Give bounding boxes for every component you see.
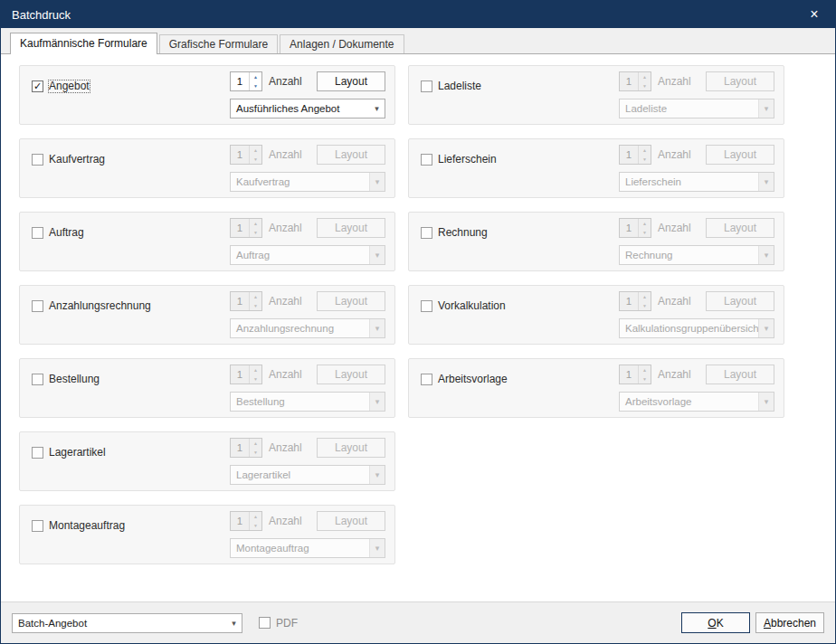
- chevron-down-icon: ▾: [758, 246, 774, 264]
- layout-select[interactable]: Arbeitsvorlage ▾: [619, 392, 774, 412]
- layout-select[interactable]: Rechnung ▾: [619, 245, 774, 265]
- form-label[interactable]: Angebot: [49, 80, 90, 92]
- count-spinner[interactable]: 1 ▲ ▼: [230, 291, 262, 311]
- layout-select[interactable]: Auftrag ▾: [230, 245, 385, 265]
- count-value: 1: [231, 146, 249, 164]
- spinner-up-icon[interactable]: ▲: [250, 365, 261, 374]
- count-spinner[interactable]: 1 ▲ ▼: [230, 438, 262, 458]
- count-spinner[interactable]: 1 ▲ ▼: [619, 145, 651, 165]
- form-checkbox[interactable]: [421, 227, 432, 239]
- tab-anlagen-dokumente[interactable]: Anlagen / Dokumente: [280, 34, 404, 53]
- count-row: 1 ▲ ▼ Anzahl Layout: [230, 438, 385, 458]
- count-row: 1 ▲ ▼ Anzahl Layout: [619, 291, 774, 311]
- tab-kaufmaennische-formulare[interactable]: Kaufmännische Formulare: [10, 33, 157, 54]
- form-label[interactable]: Ladeliste: [438, 80, 481, 92]
- spinner-up-icon[interactable]: ▲: [639, 72, 651, 81]
- layout-button[interactable]: Layout: [317, 511, 385, 531]
- form-label[interactable]: Rechnung: [438, 227, 488, 239]
- count-spinner[interactable]: 1 ▲ ▼: [230, 71, 262, 91]
- spinner-up-icon[interactable]: ▲: [250, 146, 261, 155]
- layout-button[interactable]: Layout: [706, 365, 774, 384]
- layout-select[interactable]: Bestellung ▾: [230, 392, 385, 412]
- form-label[interactable]: Montageauftrag: [49, 520, 125, 532]
- layout-select[interactable]: Montageauftrag ▾: [230, 538, 385, 558]
- batch-select[interactable]: Batch-Angebot ▾: [12, 613, 242, 633]
- spinner-up-icon[interactable]: ▲: [639, 146, 651, 155]
- spinner-down-icon[interactable]: ▼: [250, 81, 261, 90]
- spinner-down-icon[interactable]: ▼: [639, 81, 651, 90]
- count-spinner[interactable]: 1 ▲ ▼: [230, 145, 262, 165]
- layout-button[interactable]: Layout: [317, 145, 385, 165]
- spinner-up-icon[interactable]: ▲: [250, 512, 261, 521]
- form-checkbox[interactable]: [32, 374, 43, 385]
- form-label[interactable]: Auftrag: [49, 227, 84, 239]
- spinner-down-icon[interactable]: ▼: [639, 228, 651, 237]
- layout-button[interactable]: Layout: [706, 145, 774, 165]
- layout-button[interactable]: Layout: [317, 71, 385, 91]
- spinner-down-icon[interactable]: ▼: [639, 301, 651, 310]
- form-group: Kaufvertrag 1 ▲ ▼ Anzahl Layout Kaufvert…: [19, 138, 395, 198]
- spinner-up-icon[interactable]: ▲: [639, 365, 651, 374]
- spinner-down-icon[interactable]: ▼: [250, 374, 261, 384]
- form-label[interactable]: Vorkalkulation: [438, 300, 506, 312]
- chevron-down-icon: ▾: [758, 319, 774, 337]
- layout-select[interactable]: Lieferschein ▾: [619, 172, 774, 192]
- count-spinner[interactable]: 1 ▲ ▼: [230, 365, 262, 384]
- form-checkbox[interactable]: [421, 80, 432, 92]
- spinner-up-icon[interactable]: ▲: [639, 292, 651, 301]
- form-label[interactable]: Anzahlungsrechnung: [49, 300, 151, 312]
- ok-button[interactable]: OK: [681, 612, 750, 633]
- layout-button[interactable]: Layout: [706, 218, 774, 238]
- form-checkbox[interactable]: [421, 300, 432, 312]
- count-spinner[interactable]: 1 ▲ ▼: [619, 71, 651, 91]
- count-spinner[interactable]: 1 ▲ ▼: [619, 365, 651, 384]
- form-label[interactable]: Arbeitsvorlage: [438, 374, 508, 385]
- tab-grafische-formulare[interactable]: Grafische Formulare: [159, 34, 278, 53]
- count-spinner[interactable]: 1 ▲ ▼: [230, 218, 262, 238]
- form-label[interactable]: Lieferschein: [438, 154, 497, 166]
- layout-select[interactable]: Ausführliches Angebot ▾: [230, 99, 385, 118]
- layout-select[interactable]: Ladeliste ▾: [619, 99, 774, 118]
- spinner-up-icon[interactable]: ▲: [250, 439, 261, 448]
- spinner-down-icon[interactable]: ▼: [250, 448, 261, 457]
- close-icon: ×: [810, 6, 818, 23]
- spinner-up-icon[interactable]: ▲: [639, 219, 651, 228]
- spinner-down-icon[interactable]: ▼: [639, 155, 651, 164]
- form-label[interactable]: Kaufvertrag: [49, 154, 105, 166]
- layout-button[interactable]: Layout: [317, 365, 385, 384]
- layout-select[interactable]: Anzahlungsrechnung ▾: [230, 318, 385, 338]
- layout-button[interactable]: Layout: [706, 71, 774, 91]
- layout-button[interactable]: Layout: [317, 291, 385, 311]
- pdf-checkbox[interactable]: [259, 617, 271, 629]
- form-group: Anzahlungsrechnung 1 ▲ ▼ Anzahl Layout A…: [19, 285, 395, 345]
- layout-button[interactable]: Layout: [317, 438, 385, 458]
- form-checkbox[interactable]: [32, 520, 43, 532]
- form-label[interactable]: Lagerartikel: [49, 447, 106, 459]
- spinner-up-icon[interactable]: ▲: [250, 72, 261, 81]
- layout-button[interactable]: Layout: [706, 291, 774, 311]
- layout-select[interactable]: Kalkulationsgruppenübersicht ▾: [619, 318, 774, 338]
- spinner-up-icon[interactable]: ▲: [250, 219, 261, 228]
- spinner-up-icon[interactable]: ▲: [250, 292, 261, 301]
- count-spinner[interactable]: 1 ▲ ▼: [619, 218, 651, 238]
- form-checkbox[interactable]: [32, 447, 43, 459]
- spinner-down-icon[interactable]: ▼: [250, 301, 261, 310]
- form-checkbox[interactable]: [32, 300, 43, 312]
- form-checkbox[interactable]: [421, 374, 432, 385]
- form-checkbox[interactable]: [32, 154, 43, 166]
- close-button[interactable]: ×: [793, 1, 835, 28]
- spinner-down-icon[interactable]: ▼: [250, 228, 261, 237]
- layout-button[interactable]: Layout: [317, 218, 385, 238]
- spinner-down-icon[interactable]: ▼: [639, 374, 651, 384]
- cancel-button[interactable]: Abbrechen: [755, 612, 824, 633]
- layout-select[interactable]: Lagerartikel ▾: [230, 465, 385, 485]
- spinner-down-icon[interactable]: ▼: [250, 521, 261, 530]
- layout-select[interactable]: Kaufvertrag ▾: [230, 172, 385, 192]
- form-checkbox[interactable]: ✓: [32, 80, 43, 92]
- count-spinner[interactable]: 1 ▲ ▼: [619, 291, 651, 311]
- spinner-down-icon[interactable]: ▼: [250, 155, 261, 164]
- count-spinner[interactable]: 1 ▲ ▼: [230, 511, 262, 531]
- form-label[interactable]: Bestellung: [49, 374, 100, 385]
- form-checkbox[interactable]: [32, 227, 43, 239]
- form-checkbox[interactable]: [421, 154, 432, 166]
